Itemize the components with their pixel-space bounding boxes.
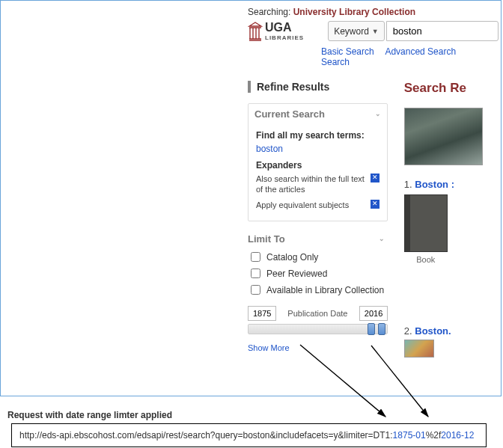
request-url-box: http://eds-api.ebscohost.com/edsapi/rest… (11, 423, 487, 447)
url-part: http://eds-api.ebscohost.com/edsapi/rest… (19, 430, 393, 441)
expander-label: Also search within the full text of the … (256, 174, 368, 195)
book-cover-image (404, 194, 448, 252)
chevron-down-icon: ⌄ (375, 110, 381, 117)
limit-label: Peer Reviewed (266, 269, 327, 279)
expander-row: Apply equivalent subjects ✕ (256, 200, 379, 210)
limit-label: Available in Library Collection (266, 285, 384, 295)
current-search-title: Current Search (254, 108, 325, 120)
hero-image (404, 108, 483, 165)
advanced-search-link[interactable]: Advanced Search (385, 46, 456, 57)
url-highlight-from: 1875-01 (393, 430, 426, 441)
result-thumb-2 (404, 340, 434, 358)
search-field-dropdown[interactable]: Keyword ▼ (328, 21, 385, 41)
slider-handle-from[interactable] (368, 323, 375, 335)
limit-to-header[interactable]: Limit To ⌄ (248, 229, 388, 249)
limit-label: Catalog Only (266, 252, 318, 263)
search-link[interactable]: Search (321, 57, 350, 67)
result-link-1[interactable]: Boston : (415, 179, 454, 190)
slider-handle-to[interactable] (378, 323, 385, 335)
collection-name: University Library Collection (293, 7, 415, 17)
logo-sub-text: LIBRARIES (265, 34, 304, 41)
result-type-caption: Book (404, 255, 448, 264)
pillars-icon (248, 21, 263, 42)
date-range-label: Publication Date (281, 309, 355, 318)
result-item-1: 1. Boston : (404, 179, 493, 190)
result-item-2: 2. Boston. (404, 325, 493, 337)
limit-row: Peer Reviewed (248, 266, 388, 282)
logo-main-text: UGA (265, 21, 292, 34)
date-to-input[interactable] (359, 306, 388, 321)
searching-prefix: Searching: (248, 7, 293, 17)
search-term-link[interactable]: boston (256, 144, 379, 154)
basic-search-link[interactable]: Basic Search (321, 46, 374, 57)
limit-checkbox-catalog[interactable] (251, 252, 260, 262)
expander-label: Apply equivalent subjects (256, 200, 349, 210)
result-number: 1. (404, 179, 415, 190)
current-search-panel: Current Search ⌄ Find all my search term… (248, 103, 388, 221)
result-link-2[interactable]: Boston. (415, 325, 451, 337)
limit-checkbox-peer[interactable] (251, 269, 260, 278)
remove-expander-icon[interactable]: ✕ (371, 174, 379, 182)
footer-caption: Request with date range limter applied (7, 410, 503, 420)
date-slider[interactable] (248, 324, 388, 334)
find-terms-label: Find all my search terms: (256, 130, 379, 141)
limit-row: Catalog Only (248, 249, 388, 266)
result-number: 2. (404, 325, 415, 337)
remove-expander-icon[interactable]: ✕ (371, 200, 379, 209)
current-search-header[interactable]: Current Search ⌄ (249, 104, 387, 124)
url-part: %2f (426, 430, 442, 441)
searching-label: Searching: University Library Collection (248, 7, 493, 17)
chevron-down-icon: ⌄ (379, 235, 385, 242)
refine-results-title: Refine Results (248, 81, 388, 93)
dropdown-label: Keyword (334, 26, 369, 37)
limit-row: Available in Library Collection (248, 282, 388, 298)
limit-checkbox-available[interactable] (251, 285, 260, 295)
url-highlight-to: 2016-12 (441, 430, 474, 441)
chevron-down-icon: ▼ (372, 28, 379, 35)
show-more-link[interactable]: Show More (248, 343, 388, 352)
uga-logo: UGA LIBRARIES (248, 21, 304, 42)
search-input[interactable] (386, 21, 499, 41)
date-from-input[interactable] (248, 306, 276, 321)
expander-row: Also search within the full text of the … (256, 174, 379, 195)
expanders-title: Expanders (256, 160, 379, 171)
limit-to-title: Limit To (248, 233, 285, 245)
search-results-title: Search Re (404, 81, 493, 96)
